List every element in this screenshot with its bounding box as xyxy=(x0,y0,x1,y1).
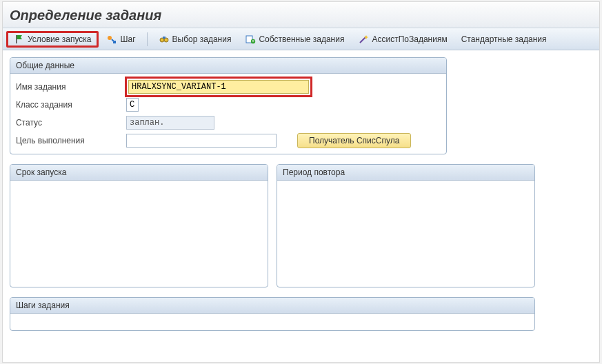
svg-point-1 xyxy=(108,36,112,40)
job-selection-label: Выбор задания xyxy=(172,34,232,44)
spool-recipient-button[interactable]: Получатель СписСпула xyxy=(297,133,411,148)
job-class-row: Класс задания xyxy=(16,96,441,114)
exec-target-row: Цель выполнения Получатель СписСпула xyxy=(16,132,441,150)
job-name-highlight xyxy=(125,77,312,97)
standard-jobs-button[interactable]: Стандартные задания xyxy=(455,31,553,48)
own-jobs-button[interactable]: Собственные задания xyxy=(239,31,350,48)
job-name-input[interactable] xyxy=(128,80,309,94)
status-field xyxy=(126,116,214,130)
job-selection-button[interactable]: Выбор задания xyxy=(152,31,238,48)
status-label: Статус xyxy=(16,118,126,128)
svg-rect-0 xyxy=(16,35,17,43)
start-time-group: Срок запуска xyxy=(10,164,268,287)
job-wizard-button[interactable]: АссистПоЗаданиям xyxy=(352,31,453,48)
toolbar-separator xyxy=(147,32,148,46)
repeat-period-group: Период повтора xyxy=(277,164,535,287)
own-jobs-icon xyxy=(245,34,256,45)
own-jobs-label: Собственные задания xyxy=(259,34,344,44)
standard-jobs-label: Стандартные задания xyxy=(461,34,547,44)
general-data-body: Имя задания Класс задания Статус Цель вы… xyxy=(10,74,446,154)
wizard-icon xyxy=(358,34,369,45)
start-condition-label: Условие запуска xyxy=(28,34,91,44)
step-label: Шаг xyxy=(120,34,135,44)
start-time-body xyxy=(10,181,268,287)
schedule-row: Срок запуска Период повтора xyxy=(10,164,535,297)
job-class-input[interactable] xyxy=(126,98,139,112)
application-toolbar: Условие запуска Шаг Выбор задания Собств… xyxy=(3,28,599,50)
repeat-period-body xyxy=(277,181,534,287)
start-time-header: Срок запуска xyxy=(10,165,268,181)
job-steps-header: Шаги задания xyxy=(10,298,534,314)
job-steps-body xyxy=(10,314,534,330)
status-row: Статус xyxy=(16,114,441,132)
start-condition-button[interactable]: Условие запуска xyxy=(6,31,99,48)
exec-target-label: Цель выполнения xyxy=(16,136,126,145)
sap-window: Определение задания Условие запуска Шаг … xyxy=(2,1,600,363)
repeat-period-header: Период повтора xyxy=(277,165,534,181)
general-data-group: Общие данные Имя задания Класс задания С… xyxy=(10,57,447,154)
step-button[interactable]: Шаг xyxy=(100,31,141,48)
flag-icon xyxy=(14,34,25,45)
body-area: Общие данные Имя задания Класс задания С… xyxy=(3,50,599,331)
job-wizard-label: АссистПоЗаданиям xyxy=(372,34,447,44)
binoculars-icon xyxy=(159,34,170,45)
job-class-label: Класс задания xyxy=(16,100,126,110)
step-icon xyxy=(106,34,117,45)
title-bar: Определение задания xyxy=(3,2,599,28)
job-name-label: Имя задания xyxy=(16,82,126,92)
general-data-header: Общие данные xyxy=(10,58,446,74)
exec-target-input[interactable] xyxy=(126,134,277,148)
spool-recipient-label: Получатель СписСпула xyxy=(309,136,399,145)
page-title: Определение задания xyxy=(10,8,592,23)
svg-rect-4 xyxy=(163,37,165,39)
job-name-row: Имя задания xyxy=(16,78,441,96)
job-steps-group: Шаги задания xyxy=(10,297,535,331)
